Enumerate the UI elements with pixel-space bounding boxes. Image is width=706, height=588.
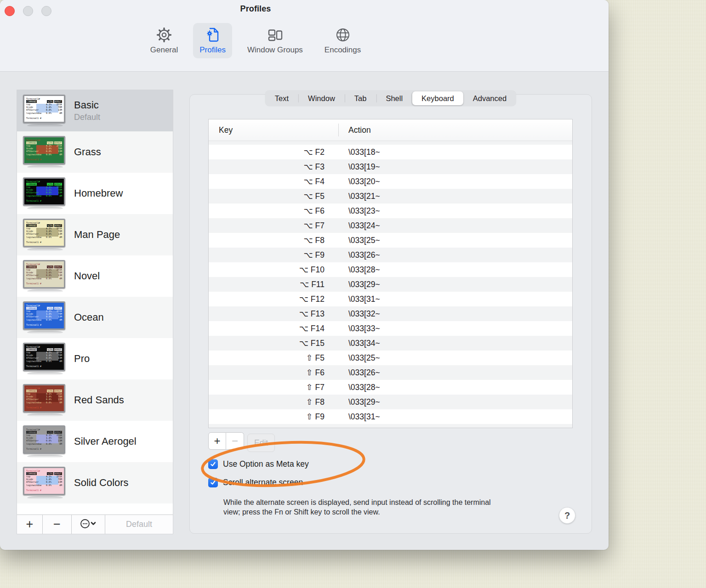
profile-name: Man Page: [74, 229, 120, 241]
globe-icon: [333, 26, 353, 44]
profile-row-man-page[interactable]: Terminal1#COMMAND%CPURPRVTtop4.1%231KXco…: [17, 214, 173, 255]
profile-name: Red Sands: [74, 394, 124, 406]
toolbar-item-general[interactable]: General: [144, 23, 184, 58]
toolbar-item-encodings[interactable]: Encodings: [318, 23, 367, 58]
table-controls: + − Edit: [208, 432, 275, 452]
action-cell: \033[18~: [338, 147, 572, 157]
profile-list[interactable]: Terminal1#COMMAND%CPURPRVTtop4.1%231KXco…: [17, 90, 173, 514]
titlebar: Profiles: [0, 0, 609, 72]
tab-window[interactable]: Window: [298, 90, 345, 106]
toolbar-item-profiles[interactable]: Profiles: [193, 23, 232, 58]
table-row--f13[interactable]: ⌥ F13\033[32~: [209, 306, 572, 321]
table-row--f9[interactable]: ⌥ F9\033[26~: [209, 248, 572, 262]
profile-row-homebrew[interactable]: Terminal1#COMMAND%CPURPRVTtop4.1%231KXco…: [17, 173, 173, 214]
table-row--f10[interactable]: ⌥ F10\033[28~: [209, 262, 572, 277]
table-row--f6[interactable]: ⇧ F6\033[26~: [209, 365, 572, 380]
tab-shell[interactable]: Shell: [376, 90, 412, 106]
profile-row-solid-colors[interactable]: Terminal1#COMMAND%CPURPRVTtop4.1%231KXco…: [17, 462, 173, 503]
table-row--f8[interactable]: ⇧ F8\033[29~: [209, 395, 572, 409]
mini-terminal-preview: Terminal1#COMMAND%CPURPRVTtop4.1%231KXco…: [23, 95, 65, 123]
profile-row-silver-aerogel[interactable]: Terminal1#COMMAND%CPURPRVTtop4.1%231KXco…: [17, 421, 173, 462]
toolbar: General: [0, 23, 511, 58]
key-cell: ⌥ F11: [209, 280, 338, 289]
table-row--f5[interactable]: ⇧ F5\033[25~: [209, 351, 572, 365]
scroll-alternate-screen-checkbox[interactable]: [208, 478, 218, 487]
profile-name: Solid Colors: [74, 477, 129, 489]
table-row--f9[interactable]: ⇧ F9\033[31~: [209, 409, 572, 424]
tab-advanced[interactable]: Advanced: [463, 90, 516, 106]
key-cell: ⌥ F8: [209, 236, 338, 245]
profile-thumbnail: Terminal1#COMMAND%CPURPRVTtop4.1%231KXco…: [23, 260, 67, 293]
add-profile-button[interactable]: +: [17, 515, 43, 534]
action-cell: \033[32~: [338, 309, 572, 319]
key-cell: ⌥ F2: [209, 147, 338, 157]
help-button[interactable]: ?: [559, 507, 575, 524]
profile-row-red-sands[interactable]: Terminal1#COMMAND%CPURPRVTtop4.1%231KXco…: [17, 379, 173, 421]
key-cell: ⌥ F7: [209, 221, 338, 231]
profile-thumbnail: Terminal1#COMMAND%CPURPRVTtop4.1%231KXco…: [23, 177, 67, 210]
profile-row-basic[interactable]: Terminal1#COMMAND%CPURPRVTtop4.1%231KXco…: [17, 90, 173, 131]
profile-row-novel[interactable]: Terminal1#COMMAND%CPURPRVTtop4.1%231KXco…: [17, 255, 173, 297]
key-cell: ⇧ F9: [209, 412, 338, 422]
window-groups-icon: [265, 26, 285, 44]
scroll-alternate-screen-row: Scroll alternate screen: [208, 478, 303, 487]
settings-tab-bar: TextWindowTabShellKeyboardAdvanced: [265, 90, 516, 106]
action-cell: \033[24~: [338, 221, 572, 231]
profile-row-pro[interactable]: Terminal1#COMMAND%CPURPRVTtop4.1%231KXco…: [17, 338, 173, 379]
key-cell: ⌥ F13: [209, 309, 338, 319]
action-cell: \033[26~: [338, 250, 572, 260]
tab-keyboard[interactable]: Keyboard: [412, 91, 463, 105]
remove-key-button[interactable]: −: [226, 432, 244, 450]
table-row--f15[interactable]: ⌥ F15\033[34~: [209, 336, 572, 351]
profile-subtitle: Default: [74, 113, 100, 122]
column-header-action: Action: [338, 119, 572, 141]
tab-tab[interactable]: Tab: [345, 90, 376, 106]
table-row--f7[interactable]: ⌥ F7\033[24~: [209, 218, 572, 233]
table-body[interactable]: ⌥ F2\033[18~⌥ F3\033[19~⌥ F4\033[20~⌥ F5…: [209, 141, 572, 428]
default-button[interactable]: Default: [105, 515, 173, 534]
profile-name: Grass: [74, 146, 101, 158]
profile-row-grass[interactable]: Terminal1#COMMAND%CPURPRVTtop4.1%231KXco…: [17, 131, 173, 173]
profile-name: Novel: [74, 270, 100, 282]
profile-thumbnail: Terminal1#COMMAND%CPURPRVTtop4.1%231KXco…: [23, 136, 67, 169]
profile-document-icon: [203, 26, 223, 44]
edit-key-button[interactable]: Edit: [247, 434, 275, 452]
action-cell: \033[31~: [338, 294, 572, 304]
key-cell: ⇧ F5: [209, 353, 338, 363]
table-row--f2[interactable]: ⌥ F2\033[18~: [209, 145, 572, 159]
profile-name: Pro: [74, 353, 90, 365]
key-cell: ⌥ F6: [209, 206, 338, 216]
remove-profile-button[interactable]: −: [43, 515, 72, 534]
toolbar-item-label: Window Groups: [247, 45, 303, 55]
action-cell: \033[25~: [338, 353, 572, 363]
tab-text[interactable]: Text: [265, 90, 298, 106]
key-cell: ⌥ F10: [209, 265, 338, 275]
table-row--f11[interactable]: ⌥ F11\033[29~: [209, 277, 572, 292]
use-option-as-meta-key-checkbox[interactable]: [208, 459, 218, 469]
profile-actions-button[interactable]: [72, 515, 105, 534]
table-row--f12[interactable]: ⌥ F12\033[31~: [209, 292, 572, 306]
table-row--f6[interactable]: ⌥ F6\033[23~: [209, 204, 572, 218]
table-header: Key Action: [209, 119, 572, 141]
key-cell: ⌥ F3: [209, 162, 338, 172]
key-cell: ⇧ F8: [209, 397, 338, 407]
action-cell: \033[29~: [338, 397, 572, 407]
column-header-key: Key: [209, 119, 338, 141]
table-row--f7[interactable]: ⇧ F7\033[28~: [209, 380, 572, 395]
gear-icon: [154, 26, 174, 44]
profile-row-ocean[interactable]: Terminal1#COMMAND%CPURPRVTtop4.1%231KXco…: [17, 297, 173, 338]
table-row--f14[interactable]: ⌥ F14\033[33~: [209, 321, 572, 336]
checkbox-label: Scroll alternate screen: [223, 478, 303, 487]
add-key-button[interactable]: +: [208, 432, 226, 450]
table-row--f3[interactable]: ⌥ F3\033[19~: [209, 159, 572, 174]
desktop-background: Profiles: [0, 0, 706, 588]
key-cell: ⇧ F7: [209, 383, 338, 392]
toolbar-item-window-groups[interactable]: Window Groups: [241, 23, 309, 58]
key-cell: ⌥ F14: [209, 324, 338, 334]
checkbox-label: Use Option as Meta key: [223, 459, 309, 469]
table-row--f4[interactable]: ⌥ F4\033[20~: [209, 174, 572, 189]
key-cell: ⌥ F5: [209, 192, 338, 201]
table-row--f5[interactable]: ⌥ F5\033[21~: [209, 189, 572, 204]
key-cell: ⌥ F12: [209, 294, 338, 304]
table-row--f8[interactable]: ⌥ F8\033[25~: [209, 233, 572, 248]
